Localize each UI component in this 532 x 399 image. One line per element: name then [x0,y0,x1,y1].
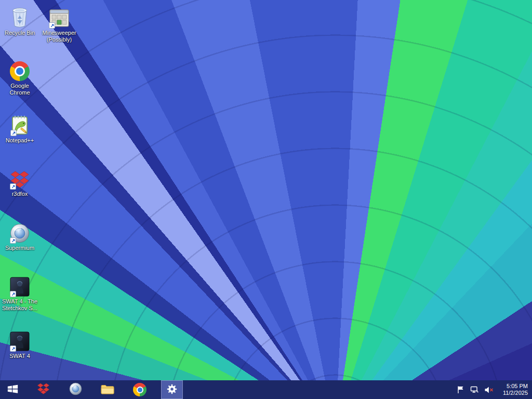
clock-date: 11/2/2025 [498,390,528,396]
swat4-icon [10,328,30,351]
notepad-plus-plus-icon [10,113,29,136]
network-icon[interactable] [470,385,480,395]
shortcut-arrow-icon [10,183,16,190]
taskbar-settings-button[interactable] [161,380,183,399]
desktop-icon-label: Minesweeper (Possibly) [41,30,78,43]
desktop-icon-recycle-bin[interactable]: Recycle Bin [1,5,38,36]
desktop-icon-label: Supermium [5,245,34,251]
google-chrome-icon [133,383,147,396]
file-explorer-folder-icon [101,383,114,396]
desktop-icon-google-chrome[interactable]: Google Chrome [1,58,38,96]
desktop-wallpaper[interactable]: Recycle Bin Minesweeper (Possibly) Googl… [0,0,532,399]
taskbar-clock[interactable]: 5:05 PM 11/2/2025 [498,383,528,396]
supermium-globe-icon [69,382,82,397]
clock-time: 5:05 PM [498,383,528,390]
settings-gear-icon [166,383,178,396]
google-chrome-icon [10,58,30,81]
shortcut-arrow-icon [10,237,16,244]
shortcut-arrow-icon [10,130,17,136]
shortcut-arrow-icon [49,22,55,29]
desktop-icon-supermium[interactable]: Supermium [1,220,38,251]
desktop-icon-r3dfox[interactable]: r3dfox [1,166,38,197]
system-tray: 5:05 PM 11/2/2025 [456,380,532,399]
recycle-bin-icon [10,5,30,28]
swat4-expansion-icon [10,274,30,297]
desktop-icon-label: Recycle Bin [5,30,35,36]
desktop-icon-label: SWAT 4 - The Stetchkov S... [1,298,38,312]
desktop-icon-notepad-plus-plus[interactable]: Notepad++ [1,113,38,144]
taskbar-chrome-button[interactable] [129,380,151,399]
shortcut-arrow-icon [10,291,16,297]
desktop-icon-label: Google Chrome [1,83,38,96]
windows-logo-icon [7,383,19,396]
desktop-icon-label: r3dfox [12,191,28,197]
minesweeper-window-icon [49,5,70,28]
r3dfox-icon [37,383,50,396]
taskbar: 5:05 PM 11/2/2025 [0,380,532,399]
desktop-icon-label: Notepad++ [6,137,34,144]
taskbar-supermium-button[interactable] [64,380,86,399]
taskbar-r3dfox-button[interactable] [32,380,54,399]
shortcut-arrow-icon [10,345,16,352]
desktop-icon-swat4[interactable]: SWAT 4 [1,328,38,360]
desktop-icon-swat4-expansion[interactable]: SWAT 4 - The Stetchkov S... [1,274,38,312]
r3dfox-icon [10,166,30,189]
desktop-icon-minesweeper[interactable]: Minesweeper (Possibly) [41,5,78,43]
taskbar-file-explorer-button[interactable] [97,380,118,399]
supermium-globe-icon [10,220,30,243]
volume-muted-icon[interactable] [484,385,494,395]
start-button[interactable] [0,380,25,399]
action-center-flag-icon[interactable] [456,385,466,395]
desktop-icon-label: SWAT 4 [9,353,30,360]
